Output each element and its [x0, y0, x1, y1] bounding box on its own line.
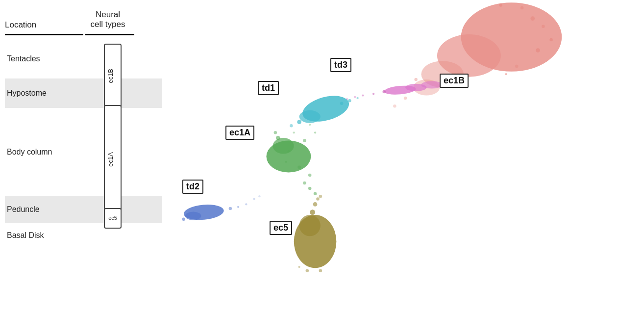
- svg-point-11: [530, 16, 535, 21]
- svg-point-43: [274, 131, 277, 134]
- ec1a-cluster: [266, 124, 317, 195]
- left-panel: Location Neural cell types Tentacles Hyp…: [0, 0, 167, 313]
- svg-point-35: [297, 120, 301, 124]
- ec5-label: ec5: [270, 221, 292, 235]
- svg-point-45: [314, 131, 316, 133]
- td2-label: td2: [182, 180, 203, 194]
- legend-table: Location Neural cell types Tentacles Hyp…: [5, 10, 162, 248]
- ec1b-label: ec1B: [440, 74, 469, 88]
- svg-point-56: [316, 197, 319, 200]
- svg-point-59: [306, 269, 309, 272]
- svg-point-26: [372, 93, 374, 95]
- peduncle-label: Peduncle: [5, 205, 83, 214]
- svg-point-39: [356, 97, 358, 99]
- svg-point-20: [393, 104, 396, 107]
- svg-point-46: [309, 124, 311, 126]
- svg-point-14: [499, 3, 502, 6]
- svg-point-53: [299, 215, 321, 236]
- svg-point-49: [303, 182, 306, 184]
- svg-text:ec5: ec5: [108, 215, 117, 221]
- svg-text:ec1A: ec1A: [107, 152, 114, 167]
- location-header: Location: [5, 20, 83, 32]
- ec5-cluster: [294, 195, 337, 272]
- header-underline: [5, 34, 162, 35]
- td3-label: td3: [330, 58, 351, 72]
- svg-point-54: [310, 209, 315, 215]
- svg-point-47: [297, 165, 300, 168]
- svg-point-18: [505, 73, 507, 75]
- svg-point-48: [308, 174, 311, 177]
- svg-point-69: [288, 150, 290, 152]
- svg-text:ec1B: ec1B: [107, 69, 114, 83]
- svg-point-57: [319, 195, 322, 198]
- svg-point-25: [382, 90, 385, 93]
- svg-point-60: [298, 266, 300, 268]
- svg-point-58: [319, 269, 322, 272]
- svg-point-63: [182, 217, 185, 220]
- svg-point-66: [245, 203, 247, 205]
- svg-point-28: [354, 96, 356, 98]
- svg-point-68: [258, 195, 260, 197]
- svg-point-67: [253, 198, 255, 200]
- svg-point-55: [313, 202, 318, 207]
- basaldisk-label: Basal Disk: [5, 231, 83, 240]
- body-label: Body column: [5, 148, 83, 156]
- ec1b-cluster: [393, 2, 562, 107]
- umap-scatter: [167, 0, 644, 313]
- svg-point-21: [414, 78, 417, 81]
- ec1a-label: ec1A: [225, 126, 254, 140]
- svg-point-51: [314, 192, 317, 195]
- svg-point-64: [229, 207, 232, 210]
- svg-point-13: [520, 6, 523, 9]
- svg-point-70: [285, 161, 287, 163]
- hypostome-label: Hypostome: [5, 89, 83, 98]
- neural-bars-svg: ec1B ec1A ec5: [81, 39, 145, 248]
- svg-point-41: [272, 138, 294, 154]
- svg-point-62: [185, 212, 201, 220]
- svg-point-15: [536, 48, 540, 52]
- svg-point-19: [404, 97, 407, 100]
- svg-point-27: [362, 94, 364, 96]
- svg-point-17: [515, 65, 518, 68]
- svg-point-16: [549, 38, 552, 41]
- svg-point-50: [308, 187, 311, 190]
- right-panel: td1 td3 ec1B ec1A td2 ec5: [167, 0, 644, 313]
- svg-point-42: [276, 136, 280, 140]
- td1-cluster: [290, 91, 359, 127]
- svg-point-65: [237, 206, 239, 208]
- svg-point-34: [299, 110, 321, 123]
- neural-header: Neural cell types: [83, 10, 132, 32]
- td2-cluster: [182, 195, 260, 221]
- svg-point-37: [340, 102, 343, 105]
- tentacles-label: Tentacles: [5, 54, 83, 63]
- svg-point-12: [542, 25, 545, 28]
- underline-neural: [85, 34, 134, 35]
- underline-location: [5, 34, 83, 35]
- svg-point-38: [348, 99, 351, 102]
- svg-point-36: [290, 124, 293, 127]
- svg-point-71: [293, 131, 295, 133]
- td1-label: td1: [258, 81, 279, 95]
- legend-header: Location Neural cell types: [5, 10, 162, 32]
- svg-point-44: [303, 139, 306, 142]
